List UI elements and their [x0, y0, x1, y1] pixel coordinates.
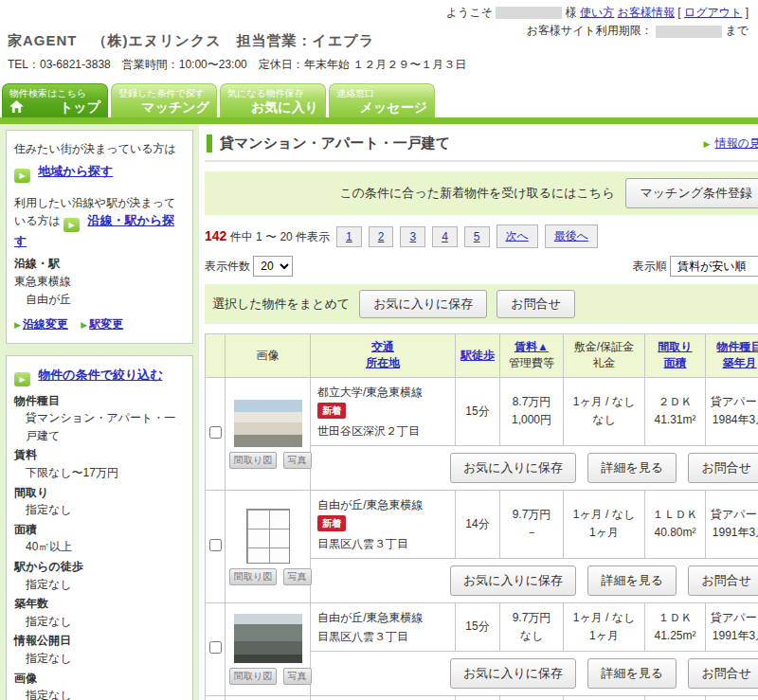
- triangle-icon: ▶: [14, 320, 21, 330]
- filter-value: 指定なし: [14, 613, 185, 631]
- bulk-inquiry-button[interactable]: お問合せ: [496, 290, 575, 318]
- last-page-button[interactable]: 最後へ: [545, 224, 598, 248]
- page-5[interactable]: 5: [464, 226, 490, 247]
- listing-checkbox[interactable]: [209, 539, 222, 551]
- header-image: 画像: [226, 334, 311, 378]
- floorplan-button[interactable]: 間取り図: [229, 568, 277, 585]
- floorplan-button[interactable]: 間取り図: [229, 452, 277, 469]
- photo-button[interactable]: 写真: [283, 452, 312, 469]
- rent-cell: 8.7万円1,000円: [500, 377, 564, 445]
- property-photo[interactable]: [234, 400, 302, 447]
- favorite-button[interactable]: お気に入りに保存: [450, 565, 576, 596]
- filter-label: 画像: [14, 670, 185, 688]
- filter-label: 面積: [14, 521, 185, 539]
- property-address: 目黒区八雲３丁目: [317, 535, 448, 552]
- inquiry-button[interactable]: お問合せ: [688, 658, 758, 689]
- listing-row: 間取り図 写真 自由が丘/東急東横線 新着 目黒区八雲３丁目 14分 9.7万円…: [206, 490, 758, 558]
- redacted-username: [496, 7, 562, 19]
- filter-value: 指定なし: [14, 501, 185, 519]
- property-photo[interactable]: [234, 614, 302, 663]
- play-icon: ▶: [14, 372, 30, 386]
- per-page-select[interactable]: 20: [253, 256, 293, 277]
- photo-button[interactable]: 写真: [283, 568, 312, 585]
- search-by-area-link[interactable]: 地域から探す: [38, 164, 113, 178]
- photo-button[interactable]: 写真: [283, 668, 312, 685]
- type-cell: 貸アパート1991年3月: [706, 490, 758, 558]
- listing-checkbox[interactable]: [209, 641, 222, 654]
- sort-type-link[interactable]: 物件種目築年月: [717, 340, 758, 369]
- station-line: 自由が丘/東急東横線: [317, 496, 448, 513]
- area-intro-text: 住みたい街が決まっている方は: [14, 140, 185, 158]
- sort-walk-link[interactable]: 駅徒歩: [460, 349, 495, 362]
- search-entry-box: 住みたい街が決まっている方は ▶ 地域から探す 利用したい沿線や駅が決まっている…: [6, 130, 193, 344]
- main-content: 貸マンション・アパート・一戸建て ▶ 情報の見方 この条件に合った新着物件を受け…: [199, 124, 758, 700]
- type-cell: 貸アパート1999年8月: [706, 695, 758, 700]
- filter-label: 賃料: [14, 446, 185, 464]
- floorplan-button[interactable]: 間取り図: [229, 668, 277, 685]
- deposit-cell: 1ヶ月 / なし1ヶ月: [564, 602, 645, 651]
- bulk-action-text: 選択した物件をまとめて: [212, 296, 350, 313]
- main-nav-tabs: 物件検索はこちら トップ 登録した条件で探す マッチング 気になる物件保存 お気…: [0, 83, 758, 117]
- bulk-favorite-button[interactable]: お気に入りに保存: [359, 290, 487, 318]
- filter-box: ▶ 物件の条件で絞り込む 物件種目貸マンション・アパート・一戸建て賃料下限なし〜…: [6, 355, 193, 700]
- page-2[interactable]: 2: [369, 226, 394, 247]
- rail-station-label: 沿線・駅: [14, 255, 185, 273]
- tab-favorites[interactable]: 気になる物件保存 お気に入り: [220, 83, 326, 117]
- nav-underline-bar: [0, 117, 758, 124]
- sort-layout-link[interactable]: 間取り面積: [658, 340, 692, 369]
- filter-value: 下限なし〜17万円: [14, 464, 185, 482]
- header-transport: 交通所在地: [311, 334, 456, 378]
- sort-select[interactable]: 賃料が安い順: [670, 256, 758, 277]
- header-type: 物件種目築年月: [706, 334, 758, 378]
- sort-rent-link[interactable]: 賃料▲: [514, 340, 549, 353]
- detail-button[interactable]: 詳細を見る: [587, 453, 677, 483]
- results-title-bar: 貸マンション・アパート・一戸建て ▶ 情報の見方: [205, 128, 758, 162]
- change-rail-link[interactable]: 沿線変更: [23, 317, 68, 331]
- customer-info-link[interactable]: お客様情報: [618, 6, 675, 19]
- header-checkbox-col: [206, 334, 226, 378]
- tab-messages[interactable]: 連絡窓口 メッセージ: [329, 83, 435, 117]
- inquiry-button[interactable]: お問合せ: [688, 453, 758, 483]
- logout-link[interactable]: ログアウト: [684, 6, 742, 19]
- filter-label: 情報公開日: [14, 632, 185, 650]
- bulk-action-bar: 選択した物件をまとめて お気に入りに保存 お問合せ: [205, 284, 758, 324]
- refine-conditions-link[interactable]: 物件の条件で絞り込む: [38, 368, 162, 382]
- filter-label: 駅からの徒歩: [14, 558, 185, 576]
- filter-value: 40㎡以上: [14, 538, 185, 556]
- tab-top[interactable]: 物件検索はこちら トップ: [2, 83, 108, 117]
- change-station-link[interactable]: 駅変更: [89, 317, 123, 331]
- selected-rail-line: 東急東横線: [14, 273, 185, 291]
- listing-row: 間取り図 写真 尾山台/東急大井町線 新着 世田谷区深沢３丁目 14分 9.7万…: [206, 695, 758, 700]
- deposit-cell: 1ヶ月 / なし1ヶ月: [564, 490, 645, 558]
- logout-bracket-open: [: [677, 6, 680, 19]
- howto-link[interactable]: 使い方: [580, 6, 614, 19]
- detail-button[interactable]: 詳細を見る: [587, 565, 677, 596]
- triangle-icon: ▶: [703, 139, 710, 149]
- layout-cell: ２Ｋ41.40m²: [645, 695, 706, 700]
- page-1[interactable]: 1: [336, 226, 362, 247]
- header-rent: 賃料▲管理費等: [500, 334, 564, 378]
- matching-register-button[interactable]: マッチング条件登録: [625, 178, 758, 208]
- inquiry-button[interactable]: お問合せ: [688, 565, 758, 596]
- deposit-cell: 1ヶ月 / なしなし: [564, 377, 645, 445]
- sort-transport-link[interactable]: 交通所在地: [366, 340, 400, 369]
- account-links: ようこそ 様 使い方 お客様情報 [ ログアウト ] お客様サイト利用期限： ま…: [446, 4, 749, 40]
- detail-button[interactable]: 詳細を見る: [587, 658, 677, 689]
- property-photo[interactable]: [246, 509, 290, 564]
- page-4[interactable]: 4: [432, 226, 458, 247]
- property-address: 目黒区八雲３丁目: [317, 628, 448, 645]
- header-deposit: 敷金/保証金礼金: [564, 334, 645, 378]
- rent-cell: 9.7万円なし: [500, 602, 564, 651]
- filter-value: 貸マンション・アパート・一戸建て: [14, 409, 185, 444]
- page-3[interactable]: 3: [400, 226, 425, 247]
- table-header-row: 画像 交通所在地 駅徒歩 賃料▲管理費等 敷金/保証金礼金 間取り面積 物件種目…: [206, 334, 758, 378]
- listing-checkbox[interactable]: [209, 426, 222, 439]
- how-to-read-link[interactable]: 情報の見方: [715, 136, 758, 150]
- next-page-button[interactable]: 次へ: [496, 224, 538, 248]
- favorite-button[interactable]: お気に入りに保存: [450, 658, 576, 689]
- favorite-button[interactable]: お気に入りに保存: [450, 453, 576, 483]
- tab-matching[interactable]: 登録した条件で探す マッチング: [111, 83, 217, 117]
- layout-cell: １ＤＫ41.25m²: [645, 602, 706, 651]
- play-icon: ▶: [63, 218, 80, 232]
- station-line: 都立大学/東急東横線: [317, 384, 448, 401]
